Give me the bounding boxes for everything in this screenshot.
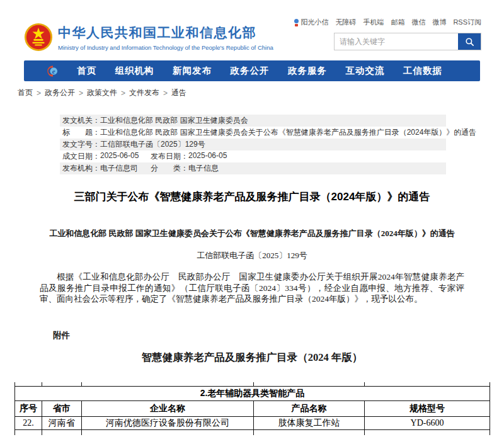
site-title-block: 中华人民共和国工业和信息化部 Ministry of Industry and …: [58, 24, 273, 51]
site-title-cn: 中华人民共和国工业和信息化部: [58, 24, 273, 42]
cell-company: 河南优德医疗设备股份有限公司: [81, 416, 254, 429]
table-row: 22. 河南省 河南优德医疗设备股份有限公司 肢体康复工作站 YD-6600: [15, 416, 490, 429]
breadcrumb-home[interactable]: 首页: [18, 88, 33, 98]
link-mobile[interactable]: 手机端: [363, 18, 384, 27]
document-paragraph: 根据《工业和信息化部办公厅 民政部办公厅 国家卫生健康委办公厅关于组织开展202…: [40, 271, 464, 305]
search-bar: [334, 33, 481, 50]
miit-logo-icon: e: [47, 65, 59, 77]
col-header-company: 企业名称: [81, 400, 254, 416]
nav-item-home[interactable]: 首页: [77, 65, 96, 77]
meta-row-publisher: 发布机构： 电子信息司 分 类： 电子信息: [60, 162, 446, 174]
document-body: 三部门关于公布《智慧健康养老产品及服务推广目录（2024年版）》的通告 工业和信…: [38, 190, 466, 365]
meta-value: 电子信息司: [100, 163, 138, 174]
meta-row-dates: 成文日期： 2025-06-05 发布日期： 2025-06-05: [60, 150, 446, 162]
svg-text:e: e: [52, 67, 55, 74]
cell-product: 肢体康复工作站: [254, 416, 365, 429]
meta-row-title: 标 题： 工业和信息化部 民政部 国家卫生健康委员会关于公布《智慧健康养老产品及…: [60, 127, 446, 139]
table-section-row: 2.老年辅助器具类智能产品: [15, 386, 490, 400]
link-wechat[interactable]: 微信: [411, 18, 425, 27]
breadcrumb-notice[interactable]: 通告: [171, 88, 186, 98]
main-nav: e 首页 组织机构 新闻发布 政务公开 政务服务 互动交流 工信数据: [24, 60, 480, 81]
header-right: 阳光小信 无障碍 手机端 邮箱 微信 微博 RSS订阅: [334, 18, 481, 50]
catalog-table: 2.老年辅助器具类智能产品 序号 省市 企业名称 产品名称 规格型号 22. 河…: [14, 382, 490, 435]
meta-label: 发文机关：: [62, 115, 100, 126]
meta-value: 2025-06-05: [188, 151, 227, 162]
search-icon: [465, 37, 474, 47]
document-meta: 发文机关： 工业和信息化部 民政部 国家卫生健康委员会 标 题： 工业和信息化部…: [60, 115, 446, 174]
breadcrumb-separator: >: [163, 89, 168, 98]
document-number: 工信部联电子函〔2025〕129号: [38, 250, 466, 261]
breadcrumb-doc-release[interactable]: 文件发布: [129, 88, 159, 98]
breadcrumb-policy-docs[interactable]: 政策文件: [87, 88, 117, 98]
table-header-row: 序号 省市 企业名称 产品名称 规格型号: [15, 400, 490, 416]
meta-value: 工业和信息化部 民政部 国家卫生健康委员会: [100, 115, 248, 126]
attachment-title: 智慧健康养老产品及服务推广目录（2024 年版）: [38, 351, 466, 365]
meta-value: 电子信息: [188, 163, 219, 174]
search-input[interactable]: [335, 33, 458, 50]
cell-province: 河南省: [42, 416, 81, 429]
breadcrumb-separator: >: [37, 89, 41, 98]
nav-item-organization[interactable]: 组织机构: [115, 65, 154, 77]
meta-label: 发布日期：: [151, 151, 188, 162]
site-title-en: Ministry of Industry and Information Tec…: [58, 44, 273, 51]
breadcrumb-separator: >: [121, 89, 125, 98]
col-header-model: 规格型号: [364, 400, 490, 416]
meta-value: 工业和信息化部 民政部 国家卫生健康委员会关于公布《智慧健康养老产品及服务推广目…: [100, 127, 476, 138]
meta-label: 发文字号：: [62, 139, 100, 150]
site-header: 中华人民共和国工业和信息化部 Ministry of Industry and …: [0, 0, 504, 60]
nav-item-gov-openness[interactable]: 政务公开: [231, 65, 270, 77]
attachment-label: 附件: [53, 330, 466, 341]
table-cutoff-row-bottom: [15, 429, 490, 435]
breadcrumb: 首页 > 政务公开 > 政策文件 > 文件发布 > 通告: [18, 88, 504, 98]
nav-item-gov-services[interactable]: 政务服务: [288, 65, 327, 77]
meta-label: 发布机构：: [62, 163, 100, 174]
link-sunshine-assistant[interactable]: 阳光小信: [301, 18, 328, 27]
link-accessibility[interactable]: 无障碍: [335, 18, 356, 27]
nav-items: 首页 组织机构 新闻发布 政务公开 政务服务 互动交流 工信数据: [59, 65, 480, 77]
breadcrumb-gov-openness[interactable]: 政务公开: [45, 88, 75, 98]
document-subtitle: 工业和信息化部 民政部 国家卫生健康委员会关于公布《智慧健康养老产品及服务推广目…: [38, 228, 466, 239]
link-weibo[interactable]: 微博: [432, 18, 446, 27]
meta-value: 工信部联电子函〔2025〕129号: [100, 139, 205, 150]
nav-item-news[interactable]: 新闻发布: [173, 65, 212, 77]
breadcrumb-separator: >: [79, 89, 83, 98]
national-emblem-icon: [24, 23, 53, 52]
page-title: 三部门关于公布《智慧健康养老产品及服务推广目录（2024年版）》的通告: [38, 190, 466, 204]
meta-label: 标 题：: [62, 127, 100, 138]
col-header-province: 省市: [42, 400, 81, 416]
cell-index: 22.: [15, 416, 42, 429]
page: 中华人民共和国工业和信息化部 Ministry of Industry and …: [0, 0, 504, 437]
nav-item-data[interactable]: 工信数据: [403, 65, 442, 77]
col-header-product: 产品名称: [254, 400, 365, 416]
cell-model: YD-6600: [364, 416, 490, 429]
meta-label: 成文日期：: [62, 151, 100, 162]
meta-row-doc-number: 发文字号： 工信部联电子函〔2025〕129号: [60, 139, 446, 150]
meta-value: 2025-06-05: [100, 151, 139, 162]
table-section-title: 2.老年辅助器具类智能产品: [15, 386, 490, 400]
meta-row-issuing-agency: 发文机关： 工业和信息化部 民政部 国家卫生健康委员会: [60, 115, 446, 127]
link-mail[interactable]: 邮箱: [391, 18, 404, 27]
link-rss[interactable]: RSS订阅: [453, 18, 481, 27]
quick-links: 阳光小信 无障碍 手机端 邮箱 微信 微博 RSS订阅: [334, 18, 481, 27]
nav-item-interaction[interactable]: 互动交流: [346, 65, 385, 77]
search-button[interactable]: [458, 33, 481, 50]
meta-label: 分 类：: [151, 163, 188, 174]
col-header-index: 序号: [15, 400, 42, 416]
